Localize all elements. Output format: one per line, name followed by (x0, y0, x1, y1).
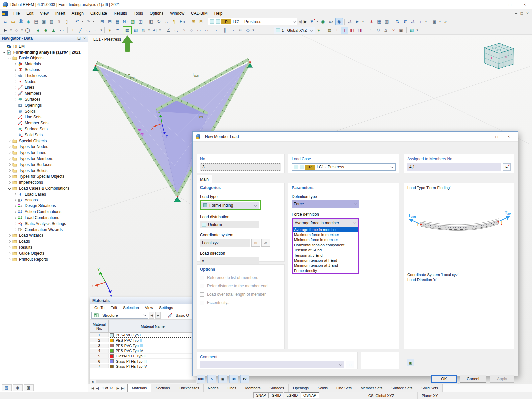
expander-icon[interactable] (13, 79, 17, 84)
materials-hscrollbar[interactable]: ◀ (90, 379, 197, 384)
show-results-button[interactable]: ◉ (335, 18, 343, 25)
dropdown-arrow-icon[interactable]: ▼ (316, 18, 319, 25)
expander-icon[interactable] (7, 168, 12, 173)
bim-link-button[interactable]: Ⓑ (17, 18, 25, 25)
comment-input[interactable] (200, 361, 344, 368)
expander-icon[interactable] (7, 257, 12, 262)
materials-menu-settings[interactable]: Settings (156, 305, 176, 311)
new-imposed-deformation-button[interactable]: ◰ (151, 27, 158, 34)
force-option-maximum-force-in-member[interactable]: Maximum force in member (293, 232, 358, 237)
expander-icon[interactable] (13, 62, 17, 66)
tab-member-sets[interactable]: Member Sets (356, 384, 387, 392)
camera-button[interactable]: ▣ (24, 384, 34, 391)
table-group-select[interactable]: Structure (91, 312, 148, 319)
force-option-tension-at-i-end[interactable]: Tension at I-End (293, 248, 358, 253)
tree-item-types-for-members[interactable]: Types for Members (0, 156, 88, 162)
dialog-close-button[interactable]: × (503, 132, 515, 141)
option-refer-distance-to-the-member-end[interactable]: Refer distance to the member end (200, 284, 281, 288)
more-tools-button[interactable]: » (442, 18, 449, 25)
mdi-minimize-button[interactable]: – (515, 11, 517, 16)
force-option-minimum-tension-at-i-end[interactable]: Minimum tension at I-End (293, 258, 358, 263)
units-settings-button[interactable]: 0.00 (197, 375, 205, 383)
checkbox-icon[interactable] (200, 292, 204, 297)
expander-icon[interactable] (7, 180, 12, 185)
expander-icon[interactable] (7, 239, 12, 244)
dialog-titlebar[interactable]: New Member Load – □ × (193, 132, 518, 142)
coordinate-system-selector[interactable]: 1 - Global XYZ (274, 27, 315, 34)
expander-icon[interactable] (13, 192, 17, 197)
coordinate-system-select[interactable]: Local xyz (200, 239, 250, 247)
tree-item-static-analysis-settings[interactable]: Static Analysis Settings (0, 221, 88, 227)
force-definition-select[interactable]: Average force in member (293, 219, 358, 227)
tab-materials[interactable]: Materials (127, 384, 152, 392)
zoom-window-button[interactable]: ◯ (24, 27, 31, 34)
new-node-button[interactable]: + (69, 27, 77, 34)
guidelines-button[interactable]: ∠ (165, 27, 172, 34)
tree-item-load-cases-combinations[interactable]: Load Cases & Combinations (0, 185, 88, 191)
dropdown-arrow-icon[interactable]: ▼ (147, 27, 151, 34)
expander-icon[interactable] (7, 245, 12, 250)
expander-icon[interactable] (13, 198, 17, 202)
transfer-loads-button[interactable]: ⊟ (197, 18, 205, 25)
print-button[interactable]: ▥ (48, 18, 55, 25)
mirror-button[interactable]: ∆ (382, 27, 390, 34)
comment-tool-button[interactable]: ¶ (170, 18, 178, 25)
align-parallel-button[interactable]: ∥ (221, 27, 229, 34)
print-graphic-button[interactable]: ▥ (383, 18, 391, 25)
panel-toggle-button[interactable]: ▧ (408, 27, 416, 34)
display-mode-button[interactable]: ▧ (2, 384, 12, 391)
expander-icon[interactable] (7, 144, 12, 149)
definition-type-select[interactable]: Force (292, 200, 359, 208)
teamwork-button[interactable]: ◈ (25, 18, 32, 25)
menu-insert[interactable]: Insert (52, 10, 68, 17)
tree-item-results[interactable]: Results (0, 244, 88, 250)
show-loads-button[interactable]: ◉ (319, 18, 327, 25)
expander-icon[interactable] (13, 67, 17, 72)
force-option-minimum-tension-at-j-end[interactable]: Minimum tension at J-End (293, 263, 358, 268)
object-snap-button[interactable]: ° (367, 27, 374, 34)
new-coordinate-system-button[interactable]: ⊞ (251, 239, 260, 247)
material-row[interactable]: 4PES-PVC Typ IV (90, 348, 197, 354)
expander-icon[interactable] (7, 186, 12, 191)
force-option-minimum-force-in-member[interactable]: Minimum force in member (293, 237, 358, 242)
menu-options[interactable]: Options (146, 10, 167, 17)
navigator-float-button[interactable]: ⊡ (77, 36, 81, 41)
toggle-osnap[interactable]: OSNAP (301, 392, 319, 398)
load-number-input[interactable]: 3 (200, 163, 281, 171)
tree-item-actions[interactable]: Actions (0, 197, 88, 203)
formula-editor-button[interactable]: fx (240, 375, 249, 383)
tree-item-special-objects[interactable]: Special Objects (0, 138, 88, 144)
toggle-grid[interactable]: GRID (269, 392, 284, 398)
materials-menu-edit[interactable]: Edit (107, 305, 120, 311)
generate-structure-button[interactable]: ♠ (34, 27, 42, 34)
load-case-selector[interactable]: PLC1Prestress (208, 18, 297, 25)
menu-window[interactable]: Window (167, 10, 188, 17)
delete-entry-button[interactable]: B× (229, 375, 238, 383)
tree-item-nodes[interactable]: Nodes (0, 79, 88, 85)
tab-surfaces[interactable]: Surfaces (265, 384, 289, 392)
select-members-button[interactable]: ►× (503, 163, 511, 171)
force-option-average-force-in-member[interactable]: Average force in member (293, 227, 358, 232)
menu-edit[interactable]: Edit (23, 10, 37, 17)
menu-tools[interactable]: Tools (130, 10, 146, 17)
dropdown-arrow-icon[interactable]: ▼ (438, 18, 442, 25)
expander-icon[interactable] (7, 150, 12, 155)
visibility-button[interactable]: ◉ (13, 384, 23, 391)
tree-item-solid-sets[interactable]: Solid Sets (0, 132, 88, 138)
snapshot-button[interactable]: ▣ (397, 27, 405, 34)
dropdown-arrow-icon[interactable]: ▼ (9, 27, 13, 34)
tree-item-printout-reports[interactable]: Printout Reports (0, 256, 88, 262)
tree-item-members[interactable]: IMembers (0, 90, 88, 96)
edit-coordinate-system-button[interactable]: ▱ (261, 239, 270, 247)
new-load-case-button[interactable]: ⊞ (190, 18, 197, 25)
arc-tool-button[interactable]: ◡ (172, 27, 180, 34)
mdi-close-button[interactable]: × (526, 11, 529, 16)
dialog-minimize-button[interactable]: – (479, 132, 491, 141)
tree-item-imperfections[interactable]: Imperfections (0, 179, 88, 185)
tree-item-line-sets[interactable]: Line Sets (0, 114, 88, 120)
checkbox-icon[interactable] (200, 276, 204, 280)
new-line-button[interactable]: ╱ (77, 27, 84, 34)
tree-item-form-finding-analysis-1-rf6-2021[interactable]: Form-finding analysis (1).rf6* | 2021 (0, 49, 88, 55)
expander-icon[interactable] (7, 233, 12, 238)
dropdown-arrow-icon[interactable]: ▼ (252, 27, 255, 34)
